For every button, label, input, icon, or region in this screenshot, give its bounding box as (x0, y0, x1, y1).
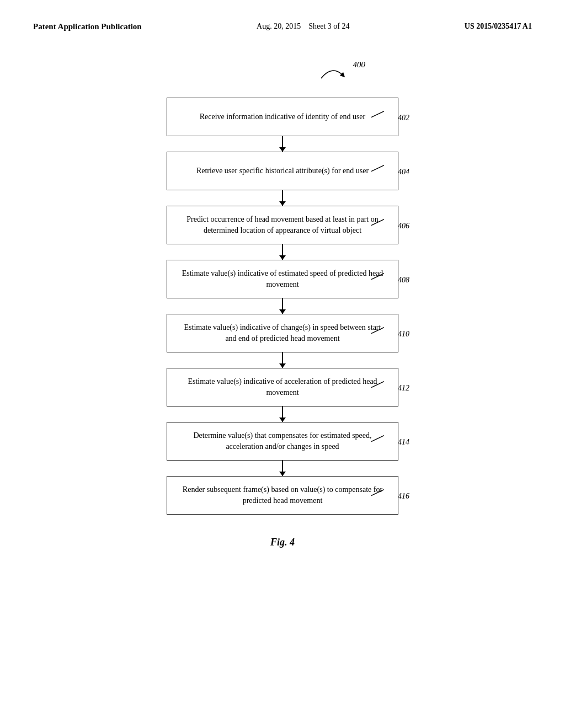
step-416-box: Render subsequent frame(s) based on valu… (167, 476, 398, 515)
step-414-text: Determine value(s) that compensates for … (178, 430, 387, 452)
step-410-label: 410 (369, 325, 410, 339)
step-402-label: 402 (369, 109, 410, 122)
step-416-label: 416 (369, 488, 410, 501)
step-404-label: 404 (369, 163, 410, 176)
label-412-tick (369, 379, 396, 390)
svg-line-0 (371, 111, 384, 117)
step-410-wrapper: Estimate value(s) indicative of change(s… (150, 314, 415, 352)
flow-diagram: 400 Receive information indicative of id… (33, 59, 532, 548)
step-412-box: Estimate value(s) indicative of accelera… (167, 368, 398, 406)
page-header: Patent Application Publication Aug. 20, … (33, 22, 532, 31)
figure-caption: Fig. 4 (270, 537, 295, 548)
svg-line-7 (371, 490, 384, 496)
svg-line-2 (371, 220, 384, 226)
step-402-text: Receive information indicative of identi… (200, 111, 366, 122)
flow-steps: Receive information indicative of identi… (150, 98, 415, 515)
diagram-top-ref: 400 (353, 60, 366, 69)
step-404-box: Retrieve user specific historical attrib… (167, 152, 398, 190)
label-406-tick (369, 217, 396, 228)
step-408-label: 408 (369, 271, 410, 285)
step-414-box: Determine value(s) that compensates for … (167, 422, 398, 461)
page: Patent Application Publication Aug. 20, … (0, 0, 565, 728)
arrow-5 (282, 352, 283, 368)
step-406-text: Predict occurrence of head movement base… (178, 214, 387, 235)
label-410-tick (369, 325, 396, 336)
sheet-info: Sheet 3 of 24 (308, 22, 349, 30)
step-408-wrapper: Estimate value(s) indicative of estimate… (150, 260, 415, 298)
publication-label: Patent Application Publication (33, 22, 142, 31)
arrow-7 (282, 461, 283, 476)
label-402-tick (369, 109, 396, 120)
patent-number: US 2015/0235417 A1 (465, 22, 532, 31)
step-406-wrapper: Predict occurrence of head movement base… (150, 206, 415, 244)
step-408-box: Estimate value(s) indicative of estimate… (167, 260, 398, 298)
svg-line-4 (371, 328, 384, 334)
step-410-box: Estimate value(s) indicative of change(s… (167, 314, 398, 352)
arrow-3 (282, 244, 283, 260)
top-arrow-svg (145, 59, 420, 81)
step-412-text: Estimate value(s) indicative of accelera… (178, 376, 387, 398)
step-406-label: 406 (369, 217, 410, 231)
svg-line-6 (371, 436, 384, 442)
arrow-2 (282, 190, 283, 206)
label-404-tick (369, 163, 396, 174)
step-414-wrapper: Determine value(s) that compensates for … (150, 422, 415, 461)
svg-line-5 (371, 382, 384, 388)
svg-line-1 (371, 165, 384, 172)
svg-line-3 (371, 274, 384, 280)
step-416-text: Render subsequent frame(s) based on valu… (178, 484, 387, 506)
label-414-tick (369, 433, 396, 445)
arrow-1 (282, 136, 283, 152)
step-402-wrapper: Receive information indicative of identi… (150, 98, 415, 136)
step-408-text: Estimate value(s) indicative of estimate… (178, 268, 387, 290)
header-center: Aug. 20, 2015 Sheet 3 of 24 (257, 22, 349, 31)
step-404-wrapper: Retrieve user specific historical attrib… (150, 152, 415, 190)
arrow-4 (282, 298, 283, 314)
publication-date: Aug. 20, 2015 (257, 22, 301, 30)
step-404-text: Retrieve user specific historical attrib… (196, 165, 369, 176)
label-408-tick (369, 271, 396, 282)
label-416-tick (369, 488, 396, 499)
step-414-label: 414 (369, 433, 410, 447)
step-406-box: Predict occurrence of head movement base… (167, 206, 398, 244)
step-416-wrapper: Render subsequent frame(s) based on valu… (150, 476, 415, 515)
step-410-text: Estimate value(s) indicative of change(s… (178, 322, 387, 344)
arrow-6 (282, 406, 283, 422)
step-412-label: 412 (369, 379, 410, 393)
step-402-box: Receive information indicative of identi… (167, 98, 398, 136)
diagram-top-label-wrapper: 400 (145, 59, 420, 81)
step-412-wrapper: Estimate value(s) indicative of accelera… (150, 368, 415, 406)
